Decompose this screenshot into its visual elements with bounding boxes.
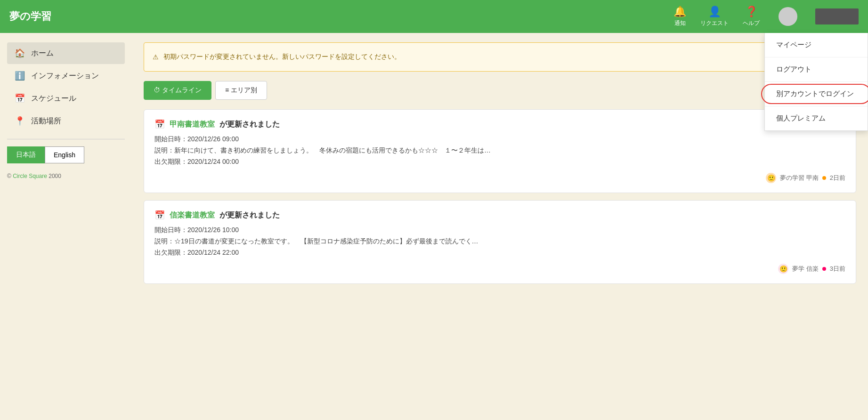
card-2-calendar-icon: 📅 [154, 210, 165, 220]
calendar-icon: 📅 [14, 93, 25, 104]
alert-text-group: ⚠ 初期パスワードが変更されていません。新しいパスワードを設定してください。 [153, 53, 401, 61]
card-2-desc: 説明：☆19日の書道が変更になった教室です。 【新型コロナ感染症予防のために】必… [154, 237, 845, 246]
card-2-footer: 🙂 夢学 信楽 3日前 [154, 264, 845, 274]
nav-notifications[interactable]: 🔔 通知 [673, 6, 686, 27]
nav-help[interactable]: ❓ ヘルプ [743, 6, 760, 27]
card-2: 📅 信楽書道教室 が更新されました 開始日時：2020/12/26 10:00 … [144, 200, 856, 284]
username-button[interactable] [815, 8, 859, 24]
card-1-name[interactable]: 甲南書道教室 [170, 120, 215, 129]
card-2-deadline: 出欠期限：2020/12/24 22:00 [154, 249, 845, 257]
card-2-start: 開始日時：2020/12/26 10:00 [154, 226, 845, 234]
sidebar: 🏠 ホーム ℹ️ インフォメーション 📅 スケジュール 📍 活動場所 日本語 E… [0, 33, 132, 420]
tab-area[interactable]: ≡ エリア別 [215, 81, 267, 100]
language-switcher: 日本語 English [7, 146, 125, 163]
card-2-title: 📅 信楽書道教室 が更新されました [154, 210, 845, 220]
dropdown-item-logout[interactable]: ログアウト [765, 57, 868, 82]
card-1-deadline: 出欠期限：2020/12/24 00:00 [154, 158, 845, 166]
person-icon: 👤 [708, 6, 721, 18]
tab-bar: ⏱ タイムライン ≡ エリア別 [144, 81, 856, 100]
location-icon: 📍 [14, 116, 25, 126]
card-1-time-ago: 2日前 [830, 174, 845, 182]
sidebar-divider [7, 139, 125, 139]
card-1-footer: 🙂 夢の学習 甲南 2日前 [154, 173, 845, 183]
card-1-start: 開始日時：2020/12/26 09:00 [154, 135, 845, 144]
info-icon: ℹ️ [14, 71, 25, 81]
nav-help-label: ヘルプ [743, 19, 760, 27]
main-layout: 🏠 ホーム ℹ️ インフォメーション 📅 スケジュール 📍 活動場所 日本語 E… [0, 33, 868, 420]
bell-icon: 🔔 [673, 6, 686, 18]
main-content: ⚠ 初期パスワードが変更されていません。新しいパスワードを設定してください。 変… [132, 33, 868, 420]
alert-message: 初期パスワードが変更されていません。新しいパスワードを設定してください。 [163, 53, 401, 61]
card-1-suffix: が更新されました [219, 120, 280, 129]
copyright-link[interactable]: Circle Square [13, 173, 47, 179]
avatar[interactable] [779, 7, 797, 26]
warning-icon: ⚠ [153, 53, 159, 61]
dropdown-item-switch-account[interactable]: 別アカウントでログイン [765, 82, 868, 106]
help-icon: ❓ [745, 6, 758, 18]
card-2-org: 夢学 信楽 [792, 265, 819, 273]
header-nav: 🔔 通知 👤 リクエスト ❓ ヘルプ [673, 6, 859, 27]
home-icon: 🏠 [14, 48, 25, 58]
card-1: 📅 甲南書道教室 が更新されました 開始日時：2020/12/26 09:00 … [144, 109, 856, 193]
nav-notifications-label: 通知 [674, 19, 686, 27]
lang-ja-button[interactable]: 日本語 [7, 146, 45, 163]
card-1-org-icon: 🙂 [766, 173, 776, 183]
card-1-org: 夢の学習 甲南 [780, 174, 819, 182]
sidebar-item-home[interactable]: 🏠 ホーム [7, 42, 125, 64]
dropdown-item-premium[interactable]: 個人プレミアム [765, 106, 868, 130]
nav-request[interactable]: 👤 リクエスト [700, 6, 729, 27]
logo: 夢の学習 [9, 9, 673, 24]
header: 夢の学習 🔔 通知 👤 リクエスト ❓ ヘルプ [0, 0, 868, 33]
sidebar-item-schedule[interactable]: 📅 スケジュール [7, 88, 125, 109]
sidebar-item-location[interactable]: 📍 活動場所 [7, 110, 125, 132]
tab-timeline[interactable]: ⏱ タイムライン [144, 81, 211, 100]
sidebar-item-information[interactable]: ℹ️ インフォメーション [7, 65, 125, 87]
card-2-org-icon: 🙂 [778, 264, 788, 274]
card-2-time-ago: 3日前 [830, 265, 845, 273]
card-2-dot [822, 267, 826, 271]
nav-request-label: リクエスト [700, 19, 729, 27]
dropdown-menu: マイページ ログアウト 別アカウントでログイン 個人プレミアム [764, 33, 868, 131]
dropdown-item-mypage[interactable]: マイページ [765, 33, 868, 57]
card-1-title: 📅 甲南書道教室 が更新されました [154, 119, 845, 129]
alert-banner: ⚠ 初期パスワードが変更されていません。新しいパスワードを設定してください。 変… [144, 42, 856, 72]
card-2-suffix: が更新されました [219, 210, 280, 220]
card-2-name[interactable]: 信楽書道教室 [170, 210, 215, 220]
card-1-desc: 説明：新年に向けて、書き初めの練習をしましょう。 冬休みの宿題にも活用できるかも… [154, 146, 845, 155]
copyright: © Circle Square 2000 [7, 173, 125, 179]
card-1-dot [822, 176, 826, 180]
card-1-calendar-icon: 📅 [154, 119, 165, 129]
lang-en-button[interactable]: English [45, 146, 84, 163]
